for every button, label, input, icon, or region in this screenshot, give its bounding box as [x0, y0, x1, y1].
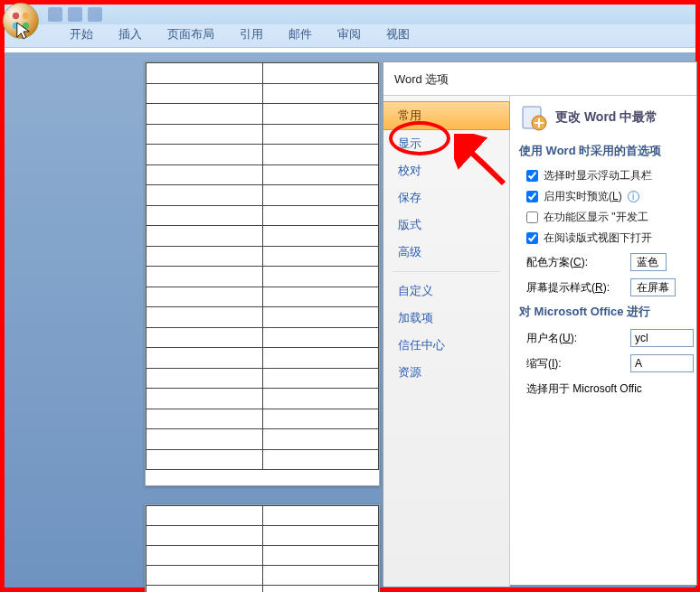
- input-initials[interactable]: [630, 354, 694, 372]
- sidebar-item-general[interactable]: 常用: [383, 101, 510, 130]
- tab-page-layout[interactable]: 页面布局: [155, 23, 227, 47]
- select-screentip-style[interactable]: 在屏幕: [630, 278, 676, 296]
- label-color-scheme: 配色方案(C):: [526, 255, 621, 270]
- sidebar-item-save[interactable]: 保存: [383, 184, 509, 211]
- label-mini-toolbar: 选择时显示浮动工具栏: [544, 168, 652, 183]
- label-screentip-style: 屏幕提示样式(R):: [526, 280, 621, 296]
- tab-insert[interactable]: 插入: [106, 23, 155, 47]
- label-username: 用户名(U):: [526, 331, 621, 346]
- section-title-preferences: 使用 Word 时采用的首选项: [519, 143, 696, 159]
- tab-references[interactable]: 引用: [227, 23, 276, 47]
- document-page-2: [145, 504, 380, 592]
- title-bar: [5, 5, 695, 24]
- sidebar-item-proofing[interactable]: 校对: [383, 157, 509, 184]
- qat-undo-icon[interactable]: [68, 7, 82, 22]
- input-username[interactable]: [630, 329, 694, 347]
- label-live-preview: 启用实时预览(L): [544, 189, 622, 204]
- svg-point-0: [13, 13, 19, 19]
- tab-view[interactable]: 视图: [374, 23, 422, 47]
- checkbox-mini-toolbar[interactable]: [526, 170, 538, 182]
- options-header-text: 更改 Word 中最常: [555, 109, 657, 126]
- document-table-1: [146, 62, 379, 470]
- checkbox-live-preview[interactable]: [526, 191, 538, 202]
- word-options-dialog: Word 选项 常用 显示 校对 保存 版式 高级 自定义 加载项 信任中: [383, 61, 697, 586]
- select-color-scheme[interactable]: 蓝色: [630, 253, 667, 271]
- label-developer-tab: 在功能区显示 "开发工: [544, 210, 648, 225]
- sidebar-item-customize[interactable]: 自定义: [383, 277, 509, 305]
- svg-point-1: [23, 13, 29, 19]
- checkbox-developer-tab[interactable]: [526, 211, 538, 223]
- label-reading-view: 在阅读版式视图下打开: [544, 230, 652, 246]
- sidebar-item-display[interactable]: 显示: [383, 130, 509, 157]
- sidebar-separator: [393, 271, 500, 272]
- tab-review[interactable]: 审阅: [325, 23, 374, 47]
- document-page-1: [145, 61, 380, 486]
- note-text: 选择用于 Microsoft Offic: [526, 381, 696, 397]
- sidebar-item-advanced[interactable]: 高级: [383, 239, 509, 266]
- sidebar-item-addins[interactable]: 加载项: [383, 305, 509, 332]
- document-table-2: [146, 505, 379, 592]
- dialog-title: Word 选项: [383, 62, 696, 95]
- sidebar-item-trust-center[interactable]: 信任中心: [383, 332, 509, 359]
- tab-home[interactable]: 开始: [57, 23, 106, 47]
- options-content-panel: 更改 Word 中最常 使用 Word 时采用的首选项 选择时显示浮动工具栏 启…: [510, 96, 696, 587]
- options-header-icon: [519, 103, 548, 132]
- quick-access-toolbar: [48, 5, 102, 24]
- checkbox-reading-view[interactable]: [526, 232, 538, 244]
- label-initials: 缩写(I):: [526, 356, 621, 371]
- sidebar-item-layout[interactable]: 版式: [383, 211, 509, 239]
- section-title-personalize: 对 Microsoft Office 进行: [519, 304, 696, 320]
- info-icon[interactable]: i: [628, 191, 639, 202]
- options-sidebar: 常用 显示 校对 保存 版式 高级 自定义 加载项 信任中心 资源: [383, 96, 510, 587]
- sidebar-item-resources[interactable]: 资源: [383, 359, 509, 386]
- qat-redo-icon[interactable]: [88, 7, 102, 22]
- mouse-cursor-icon: [15, 21, 32, 43]
- qat-save-icon[interactable]: [48, 7, 62, 22]
- ribbon-tabs: 开始 插入 页面布局 引用 邮件 审阅 视图: [5, 24, 695, 48]
- tab-mailings[interactable]: 邮件: [276, 23, 325, 47]
- document-workspace: Word 选项 常用 显示 校对 保存 版式 高级 自定义 加载项 信任中: [5, 52, 695, 587]
